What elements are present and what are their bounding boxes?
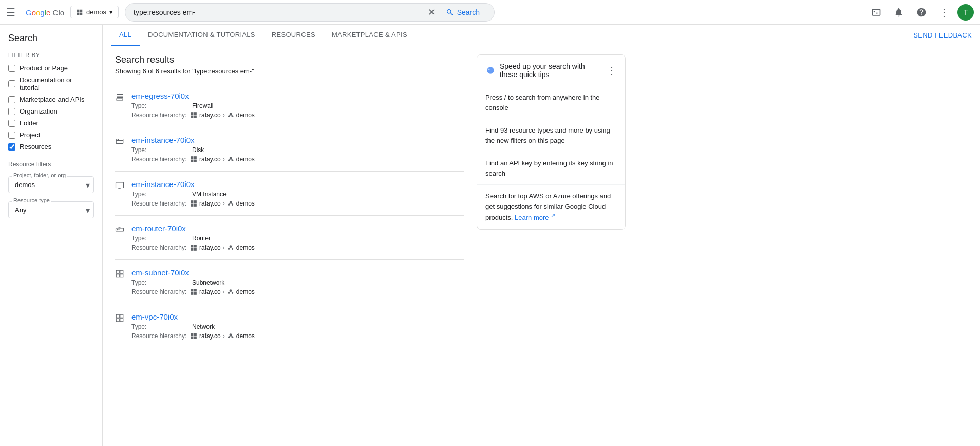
filter-label-resources: Resources xyxy=(20,143,51,151)
project-selector[interactable]: demos ▾ xyxy=(70,6,119,18)
results-container: Search results Showing 6 of 6 results fo… xyxy=(103,46,980,357)
svg-point-34 xyxy=(229,201,232,203)
filter-item-folder[interactable]: Folder xyxy=(8,117,94,129)
cloud-shell-icon[interactable] xyxy=(867,3,885,22)
more-options-icon[interactable]: ⋮ xyxy=(935,3,953,22)
svg-point-23 xyxy=(228,160,230,162)
search-input[interactable] xyxy=(134,8,428,16)
checkbox-project[interactable] xyxy=(8,132,15,139)
result-item: em-router-70i0x Type: Router Resource hi… xyxy=(115,216,464,260)
project-filter-select[interactable]: demos xyxy=(8,176,94,193)
result-content: em-instance-70i0x Type: VM Instance Reso… xyxy=(131,180,464,207)
hierarchy-project: demos xyxy=(227,288,255,295)
type-value: Disk xyxy=(192,146,204,154)
svg-rect-65 xyxy=(194,337,197,339)
svg-line-61 xyxy=(231,292,233,292)
result-type-icon xyxy=(115,92,125,103)
filter-list: Product or PageDocumentation or tutorial… xyxy=(8,62,94,153)
svg-line-38 xyxy=(231,203,233,204)
filter-item-resources[interactable]: Resources xyxy=(8,141,94,153)
svg-line-70 xyxy=(231,336,233,337)
svg-rect-9 xyxy=(194,116,197,118)
tab-marketplace[interactable]: MARKETPLACE & APIS xyxy=(324,25,416,46)
result-type-icon xyxy=(115,137,125,147)
filter-item-documentation[interactable]: Documentation or tutorial xyxy=(8,74,94,94)
result-content: em-vpc-70i0x Type: Network Resource hier… xyxy=(131,312,464,340)
filter-item-product-page[interactable]: Product or Page xyxy=(8,62,94,74)
google-cloud-logo: Google Cloud xyxy=(26,6,64,18)
svg-text:Google Cloud: Google Cloud xyxy=(26,8,64,17)
search-bar[interactable]: ✕ Search xyxy=(125,3,495,22)
svg-line-25 xyxy=(229,159,231,160)
project-name: demos xyxy=(86,8,106,16)
notifications-icon[interactable] xyxy=(890,3,908,22)
result-type-icon xyxy=(115,181,125,191)
svg-point-67 xyxy=(228,337,230,339)
type-label: Type: xyxy=(131,191,188,198)
filter-item-marketplace[interactable]: Marketplace and APIs xyxy=(8,94,94,105)
hierarchy-org: rafay.co xyxy=(190,244,221,251)
result-name[interactable]: em-subnet-70i0x xyxy=(131,268,189,277)
result-item: em-egress-70i0x Type: Firewall Resource … xyxy=(115,83,464,127)
svg-rect-32 xyxy=(191,204,193,207)
type-value: Subnetwork xyxy=(192,279,224,286)
tab-docs[interactable]: DOCUMENTATION & TUTORIALS xyxy=(140,25,263,46)
hierarchy-row: Resource hierarchy: rafay.co › demos xyxy=(131,332,464,340)
filter-by-label: Filter by xyxy=(8,52,94,58)
filter-label-documentation: Documentation or tutorial xyxy=(20,76,94,91)
sidebar: Search Filter by Product or PageDocument… xyxy=(0,25,103,446)
hierarchy-row: Resource hierarchy: rafay.co › demos xyxy=(131,244,464,251)
resource-type-select[interactable]: Any xyxy=(8,201,94,218)
result-name[interactable]: em-router-70i0x xyxy=(131,224,186,233)
type-label: Type: xyxy=(131,102,188,109)
svg-point-68 xyxy=(232,337,234,339)
filter-item-project[interactable]: Project xyxy=(8,129,94,141)
resource-filters-label: Resource filters xyxy=(8,161,94,168)
checkbox-documentation[interactable] xyxy=(8,80,15,87)
send-feedback-button[interactable]: SEND FEEDBACK xyxy=(913,31,972,39)
hierarchy-items: rafay.co › demos xyxy=(190,244,255,251)
svg-line-26 xyxy=(231,159,233,160)
tips-bulb-icon xyxy=(485,65,496,76)
svg-line-14 xyxy=(231,115,233,116)
tab-resources[interactable]: RESOURCES xyxy=(263,25,324,46)
tip-item-2: Find an API key by entering its key stri… xyxy=(477,152,625,185)
result-name[interactable]: em-instance-70i0x xyxy=(131,180,195,189)
hierarchy-label: Resource hierarchy: xyxy=(131,288,188,295)
svg-rect-31 xyxy=(194,200,197,203)
search-icon xyxy=(446,8,454,16)
avatar[interactable]: T xyxy=(957,4,974,21)
clear-search-icon[interactable]: ✕ xyxy=(428,7,436,18)
svg-point-72 xyxy=(488,69,489,70)
svg-rect-44 xyxy=(191,245,193,247)
type-value: Network xyxy=(192,323,215,330)
page-title: Search xyxy=(8,33,94,44)
hierarchy-arrow: › xyxy=(223,200,225,207)
filter-label-folder: Folder xyxy=(20,119,39,127)
result-name[interactable]: em-vpc-70i0x xyxy=(131,312,178,321)
result-type-row: Type: Network xyxy=(131,323,464,330)
result-name[interactable]: em-egress-70i0x xyxy=(131,91,189,100)
tips-more-icon[interactable]: ⋮ xyxy=(607,64,617,77)
hierarchy-label: Resource hierarchy: xyxy=(131,244,188,251)
menu-icon[interactable]: ☰ xyxy=(6,6,15,18)
checkbox-resources[interactable] xyxy=(8,143,15,151)
checkbox-product-page[interactable] xyxy=(8,65,15,72)
hierarchy-project: demos xyxy=(227,200,255,207)
filter-item-organization[interactable]: Organization xyxy=(8,105,94,117)
resource-type-filter: Resource type Any ▾ xyxy=(8,201,94,218)
checkbox-organization[interactable] xyxy=(8,108,15,115)
checkbox-marketplace[interactable] xyxy=(8,96,15,103)
tip-item-0: Press / to search from anywhere in the c… xyxy=(477,86,625,119)
hierarchy-items: rafay.co › demos xyxy=(190,156,255,163)
help-icon[interactable] xyxy=(912,3,931,22)
tips-panel: Speed up your search with these quick ti… xyxy=(477,54,626,230)
tab-all[interactable]: ALL xyxy=(111,25,140,46)
hierarchy-org: rafay.co xyxy=(190,156,221,163)
checkbox-folder[interactable] xyxy=(8,120,15,127)
filter-label-organization: Organization xyxy=(20,107,58,115)
svg-point-36 xyxy=(232,204,234,206)
result-name[interactable]: em-instance-70i0x xyxy=(131,136,195,144)
learn-more-link[interactable]: Learn more ↗ xyxy=(515,214,555,221)
search-button[interactable]: Search xyxy=(440,5,486,20)
